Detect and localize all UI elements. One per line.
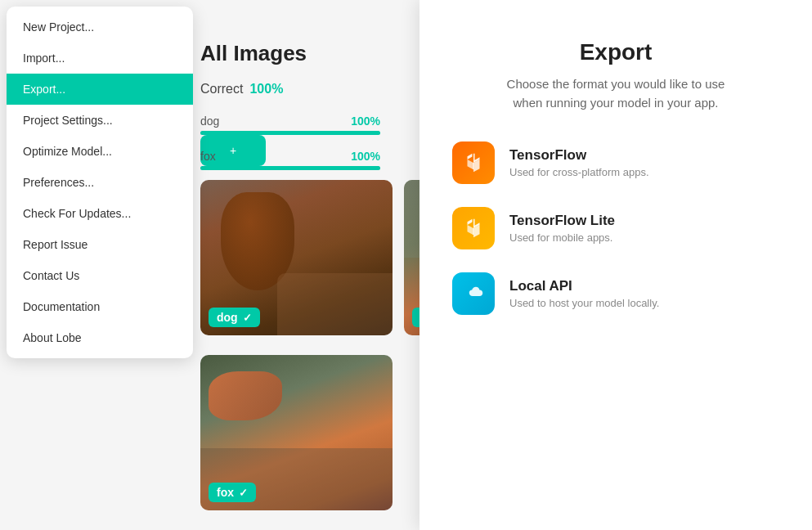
- background-blur: [277, 273, 393, 335]
- tensorflow-lite-icon: [452, 207, 495, 249]
- menu-item-import[interactable]: Import...: [7, 43, 193, 74]
- image-tag-dog: dog ✓: [209, 308, 260, 327]
- accuracy-pct-fox: 100%: [351, 150, 380, 163]
- export-title: Export: [452, 39, 779, 65]
- main-content: All Images Correct 100% + dog 100% fox 1…: [0, 0, 812, 530]
- local-api-svg: [461, 281, 486, 306]
- export-subtitle: Choose the format you would like to usew…: [452, 75, 779, 112]
- export-option-tensorflow-lite[interactable]: TensorFlow Lite Used for mobile apps.: [452, 207, 779, 249]
- local-api-icon: [452, 272, 495, 315]
- local-api-desc: Used to host your model locally.: [509, 297, 659, 309]
- correct-label: Correct: [200, 82, 243, 97]
- all-images-title: All Images: [200, 41, 307, 66]
- correct-header: Correct 100%: [200, 82, 283, 97]
- accuracy-pct-dog: 100%: [351, 115, 380, 128]
- export-option-tensorflow[interactable]: TensorFlow Used for cross-platform apps.: [452, 141, 779, 184]
- export-panel: Export Choose the format you would like …: [419, 0, 812, 530]
- image-card-dog[interactable]: dog ✓: [200, 180, 393, 335]
- tag-label-fox-3: fox: [217, 486, 234, 499]
- accuracy-bar-fox: [200, 166, 380, 170]
- tensorflow-name: TensorFlow: [509, 147, 649, 164]
- tensorflow-lite-desc: Used for mobile apps.: [509, 231, 615, 244]
- tensorflow-lite-name: TensorFlow Lite: [509, 213, 615, 229]
- check-icon-fox-3: ✓: [239, 487, 248, 499]
- menu-item-documentation[interactable]: Documentation: [7, 291, 193, 322]
- accuracy-item-dog: dog 100%: [200, 115, 380, 135]
- tensorflow-info: TensorFlow Used for cross-platform apps.: [509, 147, 649, 178]
- correct-pct: 100%: [249, 82, 283, 97]
- accuracy-row-fox: fox 100%: [200, 150, 380, 163]
- local-api-info: Local API Used to host your model locall…: [509, 278, 659, 309]
- local-api-name: Local API: [509, 278, 659, 294]
- menu-item-contact-us[interactable]: Contact Us: [7, 260, 193, 291]
- tensorflow-svg: [461, 150, 486, 175]
- tensorflow-lite-svg: [461, 216, 486, 240]
- menu-item-project-settings[interactable]: Project Settings...: [7, 105, 193, 136]
- menu-item-optimize-model[interactable]: Optimize Model...: [7, 136, 193, 167]
- menu-item-new-project[interactable]: New Project...: [7, 11, 193, 43]
- accuracy-fill-fox: [200, 166, 380, 170]
- fox-shape-3: [209, 371, 282, 420]
- menu-item-export[interactable]: Export...: [7, 74, 193, 105]
- accuracy-fill-dog: [200, 131, 380, 135]
- tensorflow-lite-info: TensorFlow Lite Used for mobile apps.: [509, 213, 615, 244]
- tensorflow-desc: Used for cross-platform apps.: [509, 166, 649, 178]
- image-card-fox-3[interactable]: fox ✓: [200, 355, 393, 510]
- accuracy-label-dog: dog: [200, 115, 219, 128]
- accuracy-bar-dog: [200, 131, 380, 135]
- dropdown-menu: New Project... Import... Export... Proje…: [7, 7, 193, 358]
- accuracy-row-dog: dog 100%: [200, 115, 380, 128]
- menu-item-check-updates[interactable]: Check For Updates...: [7, 198, 193, 229]
- menu-item-preferences[interactable]: Preferences...: [7, 167, 193, 198]
- check-icon-dog: ✓: [243, 312, 252, 324]
- accuracy-item-fox: fox 100%: [200, 150, 380, 170]
- export-option-local-api[interactable]: Local API Used to host your model locall…: [452, 272, 779, 315]
- accuracy-label-fox: fox: [200, 150, 216, 163]
- tensorflow-icon: [452, 141, 495, 184]
- menu-item-about-lobe[interactable]: About Lobe: [7, 322, 193, 353]
- menu-item-report-issue[interactable]: Report Issue: [7, 229, 193, 260]
- image-tag-fox-3: fox ✓: [209, 483, 256, 502]
- tag-label-dog: dog: [217, 311, 238, 324]
